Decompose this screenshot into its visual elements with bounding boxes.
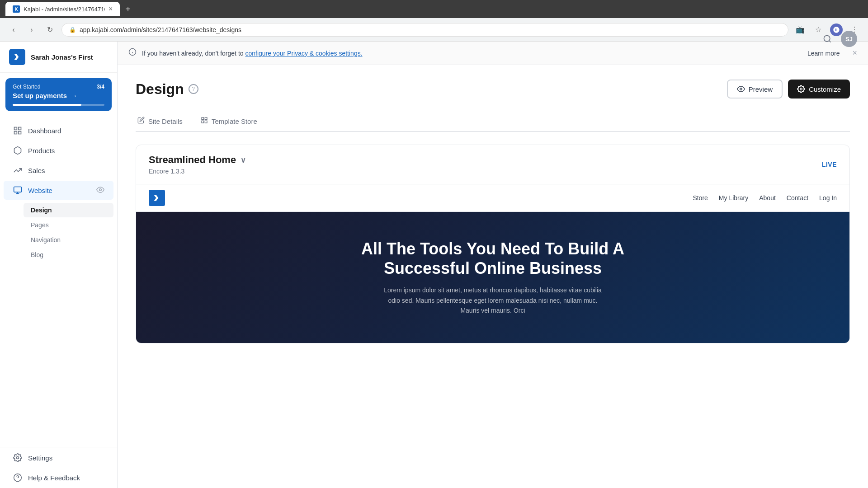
subnav-item-blog[interactable]: Blog (24, 248, 113, 262)
browser-tab[interactable]: K Kajabi - /admin/sites/214764716... × (5, 2, 120, 16)
back-button[interactable]: ‹ (7, 23, 20, 36)
banner-text: If you haven't already, don't forget to … (142, 50, 802, 57)
page-header-actions: Preview Customize (727, 80, 850, 99)
svg-rect-17 (202, 117, 204, 120)
page-title: Design (136, 81, 184, 98)
products-label: Products (28, 147, 55, 155)
sidebar-item-settings[interactable]: Settings (4, 448, 113, 467)
subnav-item-navigation[interactable]: Navigation (24, 233, 113, 247)
main-content: If you haven't already, don't forget to … (118, 42, 868, 488)
user-avatar[interactable]: SJ (841, 31, 857, 47)
browser-chrome: K Kajabi - /admin/sites/214764716... × + (0, 0, 868, 18)
tab-site-details-label: Site Details (148, 117, 183, 125)
svg-point-16 (800, 88, 802, 90)
sidebar: Sarah Jonas's First Get Started 3/4 Set … (0, 42, 118, 488)
subnav-item-pages[interactable]: Pages (24, 218, 113, 232)
website-expand-icon (96, 186, 104, 195)
sidebar-item-help[interactable]: Help & Feedback (4, 468, 113, 487)
tab-site-details[interactable]: Site Details (136, 111, 184, 132)
svg-point-8 (99, 188, 102, 191)
preview-area: Store My Library About Contact Log In Al… (136, 184, 849, 343)
header-actions: SJ (819, 18, 857, 60)
info-icon (128, 48, 137, 58)
site-name: Sarah Jonas's First (31, 53, 93, 61)
preview-link-library[interactable]: My Library (719, 194, 748, 202)
design-card-info: Streamlined Home ∨ Encore 1.3.3 (149, 154, 822, 175)
site-details-icon (137, 117, 145, 126)
svg-point-0 (824, 36, 830, 42)
preview-button[interactable]: Preview (727, 80, 783, 99)
info-banner: If you haven't already, don't forget to … (118, 42, 868, 65)
get-started-card[interactable]: Get Started 3/4 Set up payments → (5, 78, 112, 111)
preview-label: Preview (749, 85, 773, 93)
kajabi-logo (9, 49, 25, 65)
preview-nav-links: Store My Library About Contact Log In (693, 194, 837, 202)
svg-rect-20 (205, 121, 207, 123)
tab-favicon: K (13, 5, 20, 13)
sidebar-item-dashboard[interactable]: Dashboard (4, 121, 113, 140)
sidebar-item-products[interactable]: Products (4, 141, 113, 160)
get-started-label: Get Started (13, 84, 40, 90)
page-content: Design ? Preview Customize (118, 65, 868, 488)
search-button[interactable] (819, 31, 835, 47)
tab-title: Kajabi - /admin/sites/214764716... (24, 6, 105, 13)
preview-link-about[interactable]: About (759, 194, 776, 202)
tab-template-store[interactable]: Template Store (199, 111, 259, 132)
svg-rect-4 (19, 131, 21, 134)
preview-link-login[interactable]: Log In (819, 194, 837, 202)
lock-icon: 🔒 (69, 27, 76, 33)
website-icon (13, 185, 23, 195)
preview-nav: Store My Library About Contact Log In (136, 184, 849, 212)
settings-label: Settings (28, 454, 52, 462)
dashboard-icon (13, 126, 23, 136)
sidebar-item-sales[interactable]: Sales (4, 161, 113, 180)
design-card: Streamlined Home ∨ Encore 1.3.3 LIVE (136, 145, 850, 343)
website-label: Website (28, 187, 52, 194)
preview-logo (149, 190, 165, 206)
design-subtitle: Encore 1.3.3 (149, 168, 822, 175)
get-started-progress: 3/4 (97, 84, 104, 90)
svg-rect-19 (202, 121, 204, 123)
progress-fill (13, 104, 81, 106)
settings-icon (13, 453, 23, 463)
svg-point-9 (17, 457, 19, 459)
svg-rect-1 (14, 127, 17, 130)
svg-rect-3 (14, 131, 17, 134)
main-nav: Dashboard Products Sales Website (0, 117, 117, 268)
preview-link-store[interactable]: Store (693, 194, 708, 202)
help-icon (13, 473, 23, 483)
svg-rect-5 (14, 187, 22, 192)
design-card-header: Streamlined Home ∨ Encore 1.3.3 LIVE (136, 145, 849, 184)
page-help-icon[interactable]: ? (189, 84, 198, 94)
refresh-button[interactable]: ↻ (43, 23, 56, 36)
products-icon (13, 145, 23, 155)
tabs-row: Site Details Template Store (136, 111, 850, 132)
template-store-icon (201, 117, 208, 126)
sales-icon (13, 165, 23, 175)
banner-link[interactable]: configure your Privacy & cookies setting… (245, 50, 362, 57)
svg-point-15 (740, 88, 742, 90)
progress-bar (13, 104, 104, 106)
page-title-section: Design ? (136, 81, 198, 98)
get-started-title: Set up payments → (13, 92, 104, 99)
app-layout: Sarah Jonas's First Get Started 3/4 Set … (0, 42, 868, 488)
url-text: app.kajabi.com/admin/sites/2147647163/we… (80, 26, 241, 33)
forward-button[interactable]: › (25, 23, 38, 36)
browser-controls: ‹ › ↻ 🔒 app.kajabi.com/admin/sites/21476… (0, 18, 868, 42)
customize-button[interactable]: Customize (788, 80, 850, 99)
help-label: Help & Feedback (28, 474, 80, 482)
preview-hero: All The Tools You Need To Build A Succes… (136, 212, 849, 343)
design-chevron-icon[interactable]: ∨ (241, 156, 246, 164)
preview-link-contact[interactable]: Contact (787, 194, 808, 202)
new-tab-button[interactable]: + (125, 4, 131, 14)
cast-icon[interactable]: 📺 (794, 23, 807, 36)
preview-hero-title: All The Tools You Need To Build A Succes… (357, 239, 628, 278)
address-bar[interactable]: 🔒 app.kajabi.com/admin/sites/2147647163/… (61, 23, 788, 37)
live-badge[interactable]: LIVE (822, 161, 837, 168)
preview-hero-text: Lorem ipsum dolor sit amet, metus at rho… (380, 285, 606, 315)
subnav-item-design[interactable]: Design (24, 203, 113, 217)
sidebar-item-website[interactable]: Website (4, 181, 113, 200)
svg-rect-18 (205, 117, 207, 120)
sales-label: Sales (28, 167, 45, 174)
tab-close-button[interactable]: × (108, 5, 113, 13)
